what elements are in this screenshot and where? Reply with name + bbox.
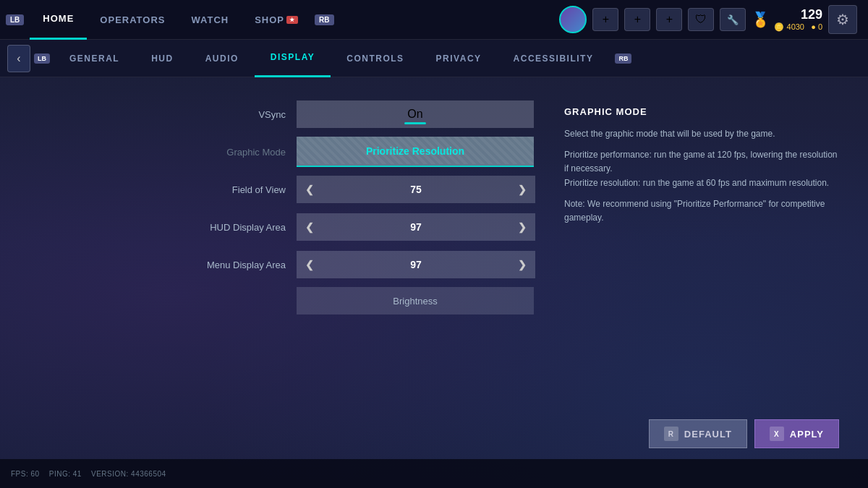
- fov-control[interactable]: ❮ 75 ❯: [297, 176, 535, 203]
- info-paragraph-1: Select the graphic mode that will be use…: [564, 127, 839, 141]
- graphic-mode-row: Graphic Mode Prioritize Resolution: [29, 137, 535, 167]
- score-main: 129: [801, 7, 822, 22]
- info-paragraph-3: Note: We recommend using "Prioritize Per…: [564, 197, 839, 225]
- menu-decrease-button[interactable]: ❮: [297, 255, 323, 274]
- back-button[interactable]: ‹: [7, 45, 30, 72]
- fps-display: FPS: 60 PING: 41 VERSION: 44366504: [11, 470, 166, 478]
- graphic-mode-value: Prioritize Resolution: [366, 145, 464, 157]
- plus-icon-btn-3[interactable]: +: [656, 8, 682, 31]
- plus-icon-2: +: [634, 13, 641, 26]
- lb2-badge: LB: [34, 53, 50, 64]
- fov-increase-button[interactable]: ❯: [509, 180, 535, 199]
- shield-icon: 🛡: [695, 13, 707, 26]
- menu-display-label: Menu Display Area: [29, 260, 297, 270]
- vsync-label: VSync: [29, 109, 297, 120]
- back-icon: ‹: [17, 52, 20, 65]
- status-bar: FPS: 60 PING: 41 VERSION: 44366504: [0, 459, 868, 488]
- vsync-control[interactable]: On: [297, 100, 534, 128]
- score-section: 🏅 129 🪙 4030 ● 0: [752, 7, 822, 32]
- plus-icon-3: +: [666, 13, 673, 26]
- nav-shop[interactable]: SHOP ★: [242, 0, 311, 40]
- nav-watch[interactable]: WATCH: [179, 0, 242, 40]
- hud-increase-button[interactable]: ❯: [509, 218, 535, 236]
- menu-display-control[interactable]: ❮ 97 ❯: [297, 251, 535, 278]
- info-panel: GRAPHIC MODE Select the graphic mode tha…: [564, 99, 839, 437]
- top-nav-left: LB HOME OPERATORS WATCH SHOP ★ RB: [0, 0, 334, 40]
- tab-accessibility[interactable]: ACCESSIBILITY: [498, 40, 610, 77]
- graphic-mode-dropdown[interactable]: Prioritize Resolution: [297, 137, 534, 167]
- score-block: 129 🪙 4030 ● 0: [774, 7, 822, 32]
- hud-display-label: HUD Display Area: [29, 222, 297, 233]
- fov-value: 75: [410, 184, 422, 195]
- tab-audio[interactable]: AUDIO: [190, 40, 255, 77]
- vsync-row: VSync On: [29, 99, 535, 129]
- plus-icon-btn-2[interactable]: +: [624, 8, 650, 31]
- main-content: VSync On Graphic Mode Prioritize Resolut…: [0, 77, 868, 459]
- menu-increase-button[interactable]: ❯: [509, 255, 535, 274]
- menu-display-value: 97: [410, 259, 422, 270]
- tab-hud[interactable]: HUD: [135, 40, 190, 77]
- tool-icon: 🔧: [727, 14, 739, 25]
- fov-label: Field of View: [29, 184, 297, 195]
- fov-decrease-button[interactable]: ❮: [297, 180, 323, 199]
- nav-operators[interactable]: OPERATORS: [87, 0, 178, 40]
- tab-general[interactable]: GENERAL: [54, 40, 135, 77]
- shield-icon-btn[interactable]: 🛡: [688, 8, 714, 31]
- brightness-control[interactable]: Brightness: [297, 287, 534, 314]
- graphic-mode-selected[interactable]: Prioritize Resolution: [297, 137, 534, 167]
- tab-controls[interactable]: CONTROLS: [331, 40, 420, 77]
- score-sub: 🪙 4030 ● 0: [774, 22, 822, 32]
- nav-home[interactable]: HOME: [30, 0, 87, 40]
- plus-icon-btn-1[interactable]: +: [592, 8, 618, 31]
- vsync-value: On: [407, 108, 422, 121]
- info-paragraph-2: Prioritize performance: run the game at …: [564, 148, 839, 190]
- hud-decrease-button[interactable]: ❮: [297, 218, 323, 236]
- settings-tab-bar: ‹ LB GENERAL HUD AUDIO DISPLAY CONTROLS …: [0, 40, 868, 77]
- rb2-badge: RB: [615, 53, 631, 64]
- hud-display-row: HUD Display Area ❮ 97 ❯: [29, 212, 535, 242]
- plus-icon-1: +: [603, 13, 609, 26]
- shop-badge: ★: [286, 16, 298, 24]
- top-nav-right: + + + 🛡 🔧 🏅 129 🪙 4030 ● 0 ⚙: [559, 5, 868, 34]
- gear-button[interactable]: ⚙: [828, 5, 857, 34]
- brightness-row: Brightness: [29, 287, 535, 314]
- avatar: [559, 6, 587, 33]
- top-nav-bar: LB HOME OPERATORS WATCH SHOP ★ RB + + + …: [0, 0, 868, 40]
- brightness-text: Brightness: [393, 296, 437, 307]
- tab-privacy[interactable]: PRIVACY: [420, 40, 498, 77]
- hud-display-control[interactable]: ❮ 97 ❯: [297, 213, 535, 241]
- rb-badge: RB: [315, 14, 333, 25]
- settings-panel: VSync On Graphic Mode Prioritize Resolut…: [29, 99, 535, 437]
- info-title: GRAPHIC MODE: [564, 106, 839, 117]
- gear-icon: ⚙: [836, 11, 849, 28]
- fov-row: Field of View ❮ 75 ❯: [29, 174, 535, 205]
- medal-icon: 🏅: [752, 11, 770, 28]
- menu-display-row: Menu Display Area ❮ 97 ❯: [29, 249, 535, 280]
- tool-icon-btn[interactable]: 🔧: [720, 8, 746, 31]
- lb-badge: LB: [6, 14, 24, 25]
- toggle-indicator: [404, 122, 426, 124]
- tab-display[interactable]: DISPLAY: [255, 40, 331, 77]
- hud-display-value: 97: [410, 221, 422, 233]
- graphic-mode-label: Graphic Mode: [29, 147, 297, 158]
